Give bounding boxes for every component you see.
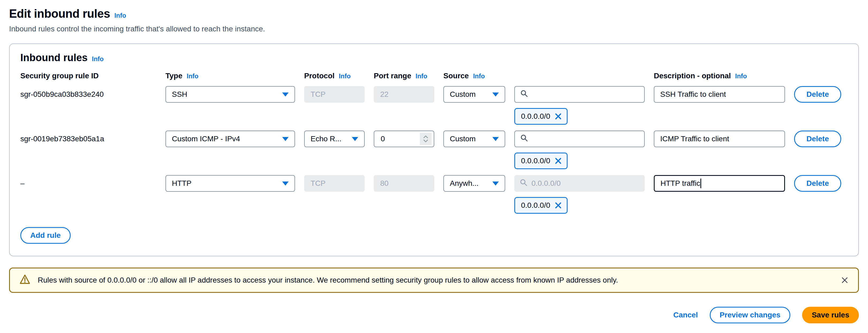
port-stepper[interactable]: [420, 133, 432, 145]
search-icon: [520, 134, 528, 144]
type-select[interactable]: HTTP: [165, 175, 295, 192]
warning-icon: [19, 274, 31, 287]
chevron-down-icon: [492, 92, 499, 96]
panel-title-row: Inbound rules Info: [20, 52, 848, 63]
rule-id: sgr-0019eb7383eb05a1a: [20, 135, 156, 143]
source-chip-row: 0.0.0.0/0: [20, 197, 848, 214]
delete-rule-button[interactable]: Delete: [794, 131, 841, 147]
preview-changes-button[interactable]: Preview changes: [710, 307, 790, 323]
rule-id: sgr-050b9ca03b833e240: [20, 90, 156, 99]
search-icon: [520, 178, 528, 189]
source-cidr-chip: 0.0.0.0/0: [514, 108, 567, 125]
source-search-input-disabled: [531, 175, 639, 192]
rule-row-http: – HTTP TCP 80 Anywh... HTTP traffic Dele…: [20, 175, 848, 192]
delete-rule-button[interactable]: Delete: [794, 86, 841, 103]
description-input[interactable]: [654, 86, 785, 103]
source-mode-select[interactable]: Anywh...: [443, 175, 505, 192]
description-info-link[interactable]: Info: [735, 73, 747, 80]
page-title-row: Edit inbound rules Info: [9, 7, 859, 20]
source-search-box[interactable]: [514, 131, 645, 147]
page-header: Edit inbound rules Info Inbound rules co…: [0, 0, 868, 33]
text-cursor: [701, 178, 701, 188]
page-subtitle: Inbound rules control the incoming traff…: [9, 25, 859, 33]
column-header-source: Source Info: [443, 72, 505, 80]
warning-banner: Rules with source of 0.0.0.0/0 or ::/0 a…: [9, 268, 859, 293]
source-mode-select[interactable]: Custom: [443, 131, 505, 147]
add-rule-button[interactable]: Add rule: [20, 227, 71, 244]
source-mode-select[interactable]: Custom: [443, 86, 505, 103]
column-header-type: Type Info: [165, 72, 295, 80]
source-chip-row: 0.0.0.0/0: [20, 152, 848, 169]
source-cidr-chip: 0.0.0.0/0: [514, 152, 567, 169]
cancel-button[interactable]: Cancel: [673, 311, 698, 319]
remove-cidr-icon[interactable]: [555, 157, 562, 165]
remove-cidr-icon[interactable]: [555, 113, 562, 120]
source-info-link[interactable]: Info: [473, 73, 485, 80]
column-header-id: Security group rule ID: [20, 72, 156, 80]
protocol-field-disabled: TCP: [304, 86, 365, 103]
protocol-info-link[interactable]: Info: [339, 73, 351, 80]
save-rules-button[interactable]: Save rules: [802, 307, 859, 323]
source-cidr-chip: 0.0.0.0/0: [514, 197, 567, 214]
source-search-box-disabled: [514, 175, 645, 192]
protocol-select[interactable]: Echo R...: [304, 131, 365, 147]
search-icon: [520, 89, 528, 100]
chevron-down-icon: [492, 137, 499, 141]
column-header-description: Description - optional Info: [654, 72, 785, 80]
close-icon[interactable]: [840, 276, 849, 284]
panel-info-link[interactable]: Info: [92, 55, 103, 63]
delete-rule-button[interactable]: Delete: [794, 175, 841, 192]
port-field-disabled: 80: [374, 175, 434, 192]
rule-id: –: [20, 179, 156, 188]
chevron-down-icon: [492, 182, 499, 186]
footer-actions: Cancel Preview changes Save rules: [9, 307, 859, 323]
source-search-input[interactable]: [532, 87, 639, 102]
page-info-link[interactable]: Info: [114, 12, 126, 19]
page-title: Edit inbound rules: [9, 7, 110, 20]
column-header-row: Security group rule ID Type Info Protoco…: [20, 72, 848, 80]
chevron-down-icon: [282, 92, 289, 96]
chevron-down-icon: [282, 182, 289, 186]
chevron-down-icon: [282, 137, 289, 141]
rule-row-ssh: sgr-050b9ca03b833e240 SSH TCP 22 Custom …: [20, 86, 848, 103]
protocol-field-disabled: TCP: [304, 175, 365, 192]
panel-title: Inbound rules: [20, 52, 88, 63]
source-search-box[interactable]: [514, 86, 645, 103]
port-range-info-link[interactable]: Info: [415, 73, 427, 80]
chevron-down-icon: [352, 137, 358, 141]
column-header-protocol: Protocol Info: [304, 72, 365, 80]
description-input-focused[interactable]: HTTP traffic: [654, 175, 785, 192]
warning-text: Rules with source of 0.0.0.0/0 or ::/0 a…: [38, 276, 618, 284]
type-select[interactable]: SSH: [165, 86, 295, 103]
source-chip-row: 0.0.0.0/0: [20, 108, 848, 125]
type-select[interactable]: Custom ICMP - IPv4: [165, 131, 295, 147]
port-field-disabled: 22: [374, 86, 434, 103]
remove-cidr-icon[interactable]: [555, 202, 562, 209]
rule-row-icmp: sgr-0019eb7383eb05a1a Custom ICMP - IPv4…: [20, 131, 848, 147]
inbound-rules-panel: Inbound rules Info Security group rule I…: [9, 44, 859, 256]
description-input[interactable]: [654, 131, 785, 147]
column-header-port-range: Port range Info: [374, 72, 434, 80]
type-info-link[interactable]: Info: [187, 73, 198, 80]
source-search-input[interactable]: [532, 131, 639, 147]
port-input-wrap: [374, 131, 434, 147]
